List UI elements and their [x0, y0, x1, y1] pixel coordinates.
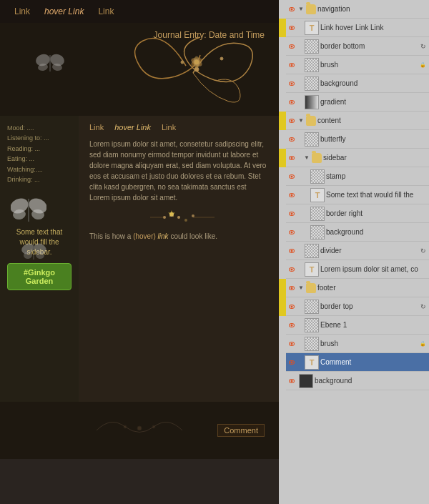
- eye-icon[interactable]: [286, 167, 297, 186]
- eye-icon[interactable]: [286, 130, 297, 149]
- eye-icon[interactable]: [286, 149, 297, 167]
- folder-arrow-icon[interactable]: ▼: [298, 117, 304, 124]
- layer-item-sidebar-stamp[interactable]: stamp: [279, 167, 429, 186]
- layer-thumbnail: [310, 225, 325, 239]
- layer-name: Ebene 1: [320, 321, 426, 329]
- eye-icon[interactable]: [286, 93, 297, 112]
- layer-item-nav-background[interactable]: background: [279, 74, 429, 93]
- nav-bar: Link hover Link Link: [0, 0, 279, 23]
- eye-icon[interactable]: [286, 260, 297, 279]
- yellow-indicator: [279, 93, 286, 112]
- refresh-icon[interactable]: ↻: [420, 43, 426, 50]
- layer-name: border bottom: [320, 42, 420, 50]
- svg-point-6: [194, 59, 199, 65]
- comment-button[interactable]: Comment: [217, 424, 265, 437]
- layer-item-sidebar-text[interactable]: TSome text that would fill the: [279, 186, 429, 204]
- nav-link-3[interactable]: Link: [98, 6, 114, 16]
- layer-item-sidebar-background[interactable]: background: [279, 223, 429, 242]
- yellow-indicator: [279, 279, 286, 297]
- lock-icon: 🔒: [420, 341, 426, 347]
- eye-icon[interactable]: [286, 223, 297, 242]
- layer-item-nav-border-bottom[interactable]: border bottom↻: [279, 37, 429, 56]
- layer-thumbnail: [305, 244, 319, 258]
- eye-icon[interactable]: [286, 37, 297, 56]
- eye-icon[interactable]: [286, 335, 297, 353]
- preview-panel: Link hover Link Link Journal Entry: Date…: [0, 0, 279, 504]
- folder-arrow-icon[interactable]: ▼: [298, 6, 304, 12]
- folder-icon: [306, 116, 316, 126]
- folder-arrow-icon[interactable]: ▼: [304, 154, 310, 161]
- folder-icon: [312, 153, 322, 163]
- layer-thumbnail: [299, 374, 313, 388]
- layer-thumbnail: [305, 318, 319, 332]
- eye-icon[interactable]: [286, 56, 297, 74]
- layer-item-lorem-text[interactable]: TLorem ipsum dolor sit amet, co: [279, 260, 429, 279]
- content-nav-link-hover[interactable]: hover Link: [114, 123, 151, 132]
- eye-icon[interactable]: [286, 279, 297, 297]
- layer-thumbnail: T: [305, 355, 319, 370]
- layer-item-footer-comment[interactable]: TComment: [279, 353, 429, 372]
- content-nav-links: Link hover Link Link: [89, 123, 268, 132]
- eye-icon[interactable]: [286, 0, 297, 19]
- yellow-indicator: [279, 335, 286, 353]
- refresh-icon[interactable]: ↻: [420, 303, 426, 310]
- eye-icon[interactable]: [286, 242, 297, 260]
- layer-item-content-butterfly[interactable]: butterfly: [279, 130, 429, 149]
- eye-icon[interactable]: [286, 297, 297, 316]
- layers-panel[interactable]: ▼navigationTLink hover Link Linkborder b…: [279, 0, 429, 504]
- layer-name: butterfly: [320, 135, 426, 143]
- layer-thumbnail: [305, 337, 319, 351]
- eye-icon[interactable]: [286, 19, 297, 37]
- eye-icon[interactable]: [286, 372, 297, 390]
- layer-name: gradient: [320, 98, 426, 106]
- layer-thumbnail: [305, 300, 319, 314]
- yellow-indicator: [279, 204, 286, 223]
- yellow-indicator: [279, 56, 286, 74]
- layer-thumbnail: [305, 39, 319, 54]
- layer-item-footer-ebene[interactable]: Ebene 1: [279, 316, 429, 335]
- yellow-indicator: [279, 372, 286, 390]
- svg-point-26: [192, 214, 194, 217]
- nav-link-hover[interactable]: hover Link: [44, 6, 84, 16]
- content-nav-link-3[interactable]: Link: [162, 123, 176, 132]
- lorem-text: Lorem ipsum dolor sit amet, consetetur s…: [89, 139, 268, 203]
- layer-item-content-group[interactable]: ▼content: [279, 112, 429, 130]
- layer-item-footer-background[interactable]: background: [279, 372, 429, 390]
- layer-name: border right: [326, 209, 426, 217]
- layer-name: brush: [320, 340, 418, 347]
- eye-icon[interactable]: [286, 316, 297, 335]
- svg-point-30: [137, 426, 142, 430]
- layer-item-footer-group[interactable]: ▼footer: [279, 279, 429, 297]
- layer-item-nav-gradient[interactable]: gradient: [279, 93, 429, 112]
- layer-name: footer: [317, 284, 426, 292]
- nav-link-1[interactable]: Link: [14, 6, 30, 16]
- layer-name: sidebar: [323, 154, 426, 162]
- svg-point-25: [184, 219, 187, 222]
- refresh-icon[interactable]: ↻: [420, 247, 426, 255]
- layer-thumbnail: [305, 76, 319, 91]
- layer-item-nav-brush[interactable]: brush🔒: [279, 56, 429, 74]
- svg-point-24: [177, 216, 180, 219]
- folder-arrow-icon[interactable]: ▼: [298, 285, 304, 291]
- eye-icon[interactable]: [286, 204, 297, 223]
- svg-point-32: [152, 425, 155, 428]
- hover-link-example: This is how a (hover) link could look li…: [89, 232, 268, 240]
- layer-item-footer-border-top[interactable]: border top↻: [279, 297, 429, 316]
- layer-item-divider[interactable]: divider↻: [279, 242, 429, 260]
- layer-name: content: [317, 117, 426, 124]
- layer-thumbnail: [305, 58, 319, 72]
- layer-item-nav-link[interactable]: TLink hover Link Link: [279, 19, 429, 37]
- layer-name: divider: [320, 247, 420, 255]
- sidebar-butterfly-2: [21, 241, 46, 261]
- layer-item-footer-brush[interactable]: brush🔒: [279, 335, 429, 353]
- layer-item-sidebar-border-right[interactable]: border right: [279, 204, 429, 223]
- svg-point-2: [220, 57, 223, 60]
- eye-icon[interactable]: [286, 353, 297, 372]
- eye-icon[interactable]: [286, 112, 297, 130]
- yellow-indicator: [279, 242, 286, 260]
- eye-icon[interactable]: [286, 74, 297, 93]
- eye-icon[interactable]: [286, 186, 297, 204]
- layer-item-nav-group[interactable]: ▼navigation: [279, 0, 429, 19]
- content-nav-link-1[interactable]: Link: [89, 123, 104, 132]
- layer-item-sidebar-group[interactable]: ▼sidebar: [279, 149, 429, 167]
